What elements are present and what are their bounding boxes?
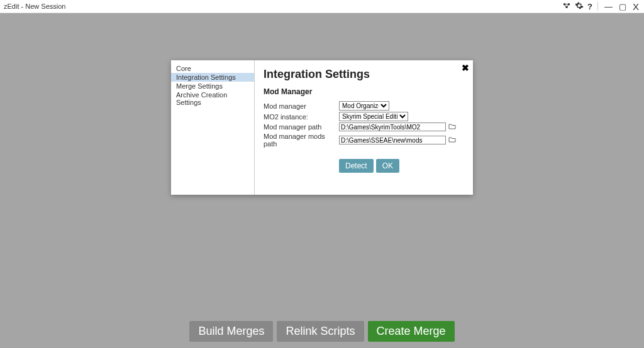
sidebar-item-core[interactable]: Core [171, 64, 254, 73]
separator [597, 2, 598, 11]
mod-manager-label: Mod manager [264, 102, 339, 110]
titlebar: zEdit - New Session ? — ▢ X [0, 0, 644, 13]
settings-sidebar: Core Integration Settings Merge Settings… [171, 60, 255, 195]
main-area: ✖ Core Integration Settings Merge Settin… [0, 13, 644, 317]
maximize-button[interactable]: ▢ [618, 2, 628, 11]
close-icon[interactable]: ✖ [462, 63, 469, 73]
create-merge-button[interactable]: Create Merge [368, 321, 455, 342]
app-title: zEdit - New Session [4, 3, 562, 10]
row-mo2-instance: MO2 instance: Skyrim Special Edition NEW [264, 112, 464, 121]
titlebar-controls: ? — ▢ X [562, 1, 640, 12]
manager-path-label: Mod manager path [264, 123, 339, 131]
help-icon[interactable]: ? [587, 2, 592, 11]
folder-icon[interactable] [448, 136, 456, 144]
folder-icon[interactable] [448, 123, 456, 131]
settings-modal: ✖ Core Integration Settings Merge Settin… [171, 60, 473, 195]
section-title: Mod Manager [264, 87, 464, 96]
settings-content: Integration Settings Mod Manager Mod man… [255, 60, 473, 195]
gear-icon[interactable] [575, 1, 584, 12]
close-window-button[interactable]: X [631, 1, 640, 12]
settings-title: Integration Settings [264, 68, 464, 81]
sidebar-item-merge[interactable]: Merge Settings [171, 82, 254, 90]
row-manager-path: Mod manager path [264, 122, 464, 131]
mod-manager-select[interactable]: Mod Organizer 2 [339, 101, 389, 111]
bottom-bar: Build Merges Relink Scripts Create Merge [0, 317, 644, 348]
minimize-button[interactable]: — [603, 2, 614, 11]
extensions-icon[interactable] [562, 1, 571, 12]
mods-path-label: Mod manager mods path [264, 133, 339, 148]
relink-scripts-button[interactable]: Relink Scripts [277, 321, 364, 342]
mo2-instance-select[interactable]: Skyrim Special Edition NEW [339, 112, 408, 121]
sidebar-item-archive[interactable]: Archive Creation Settings [171, 90, 254, 107]
row-mod-manager: Mod manager Mod Organizer 2 [264, 101, 464, 111]
build-merges-button[interactable]: Build Merges [189, 321, 273, 342]
mo2-instance-label: MO2 instance: [264, 113, 339, 121]
manager-path-input[interactable] [339, 122, 446, 131]
detect-button[interactable]: Detect [339, 159, 374, 173]
sidebar-item-integration[interactable]: Integration Settings [171, 73, 254, 82]
button-row: Detect OK [339, 159, 464, 173]
mods-path-input[interactable] [339, 136, 446, 144]
ok-button[interactable]: OK [376, 159, 399, 173]
row-mods-path: Mod manager mods path [264, 133, 464, 148]
